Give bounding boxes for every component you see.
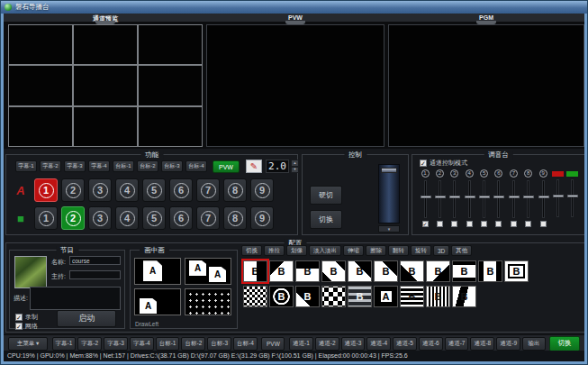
function-button-7[interactable]: 台标-3 <box>161 160 183 172</box>
preview-cell-3[interactable] <box>138 24 203 65</box>
toolbar-sub-button-3[interactable]: 字幕-3 <box>104 337 128 351</box>
program-channel-4[interactable]: 4 <box>115 178 139 202</box>
transition-pattern-2-9[interactable]: B <box>452 286 476 307</box>
name-input[interactable] <box>69 256 121 265</box>
program-channel-1[interactable]: 1 <box>34 178 58 202</box>
mixer-channel-checkbox-1[interactable]: ✓ <box>422 221 429 227</box>
program-channel-8[interactable]: 8 <box>223 178 247 202</box>
transition-tab-3[interactable]: 划像 <box>286 245 307 256</box>
mixer-fader-1[interactable] <box>424 180 427 218</box>
transition-tab-8[interactable]: 旋转 <box>411 245 431 256</box>
t-bar-spinner[interactable]: ▾ <box>378 225 400 233</box>
program-channel-2[interactable]: 2 <box>61 178 85 202</box>
fader-thumb[interactable] <box>538 196 549 198</box>
toolbar-channel-button-5[interactable]: 通道-5 <box>393 337 417 351</box>
fader-thumb[interactable] <box>493 196 504 198</box>
record-option[interactable]: ✓ 录制 <box>15 313 38 322</box>
preview-cell-6[interactable] <box>138 65 203 105</box>
transition-tab-4[interactable]: 淡入淡出 <box>309 245 341 256</box>
pip-layout-2[interactable]: AA <box>185 258 231 285</box>
transition-pattern-2-8[interactable]: B <box>426 286 450 307</box>
toolbar-pvw-button[interactable]: PVW <box>261 337 285 351</box>
program-channel-3[interactable]: 3 <box>88 178 112 202</box>
preview-channel-8[interactable]: 8 <box>223 206 247 230</box>
title-bar[interactable]: 磐石导播台 <box>1 1 587 14</box>
toolbar-sub-button-7[interactable]: 台标-3 <box>207 337 231 351</box>
preview-channel-1[interactable]: 1 <box>34 206 58 230</box>
pip-layout-1[interactable]: A <box>134 258 181 285</box>
start-button[interactable]: 启动 <box>57 310 116 327</box>
toolbar-channel-button-7[interactable]: 通道-7 <box>445 337 469 351</box>
transition-pattern-2-6[interactable]: A <box>374 286 398 307</box>
output-button[interactable]: 输出 <box>522 337 546 351</box>
preview-channel-7[interactable]: 7 <box>196 206 220 230</box>
network-option[interactable]: ✓ 网络 <box>15 322 38 331</box>
transition-pattern-2-7[interactable]: B <box>400 286 424 307</box>
toolbar-channel-button-9[interactable]: 通道-9 <box>496 337 520 351</box>
fader-thumb[interactable] <box>479 196 490 198</box>
pip-layout-4[interactable] <box>185 288 231 315</box>
preview-cell-4[interactable] <box>8 65 73 105</box>
mixer-fader-9[interactable] <box>542 180 545 218</box>
transition-tab-1[interactable]: 切换 <box>241 245 262 256</box>
preview-channel-5[interactable]: 5 <box>142 206 166 230</box>
fader-thumb[interactable] <box>567 195 578 197</box>
hard-cut-button[interactable]: 硬切 <box>310 186 342 205</box>
transition-pattern-1-4[interactable]: B <box>321 260 346 282</box>
transition-tab-7[interactable]: 翻转 <box>388 245 409 256</box>
mixer-fader-3[interactable] <box>453 180 456 218</box>
fader-thumb[interactable] <box>435 196 446 198</box>
transition-pattern-2-2[interactable]: B <box>269 286 294 307</box>
toolbar-channel-button-1[interactable]: 通道-1 <box>289 337 313 351</box>
mixer-channel-checkbox-7[interactable] <box>511 221 517 227</box>
program-channel-7[interactable]: 7 <box>196 178 220 202</box>
toolbar-channel-button-8[interactable]: 通道-8 <box>470 337 494 351</box>
toolbar-sub-button-4[interactable]: 字幕-4 <box>130 337 154 351</box>
function-button-3[interactable]: 字幕-3 <box>64 160 86 172</box>
mixer-fader-5[interactable] <box>483 180 485 218</box>
transition-tab-2[interactable]: 推拉 <box>264 245 285 256</box>
function-button-1[interactable]: 字幕-1 <box>15 160 37 172</box>
toolbar-sub-button-2[interactable]: 字幕-2 <box>77 337 102 351</box>
record-checkbox[interactable]: ✓ <box>15 314 23 321</box>
transition-pattern-2-1[interactable] <box>243 286 267 307</box>
transition-tab-10[interactable]: 其他 <box>451 245 472 256</box>
function-button-6[interactable]: 台标-2 <box>137 160 158 172</box>
duration-down-button[interactable]: ▼ <box>291 167 299 174</box>
mixer-fader-7[interactable] <box>512 180 515 218</box>
toolbar-channel-button-3[interactable]: 通道-3 <box>341 337 366 351</box>
desc-textarea[interactable] <box>30 287 121 310</box>
program-channel-5[interactable]: 5 <box>142 178 166 202</box>
transition-pattern-1-5[interactable]: B <box>348 260 372 282</box>
network-checkbox[interactable]: ✓ <box>15 323 23 330</box>
mixer-channel-checkbox-4[interactable] <box>466 221 473 227</box>
transition-pattern-1-3[interactable]: B <box>295 260 320 282</box>
program-channel-6[interactable]: 6 <box>169 178 193 202</box>
collapse-handle[interactable] <box>95 21 115 24</box>
pvw-send-button[interactable]: PVW <box>213 160 240 173</box>
transition-tab-6[interactable]: 擦除 <box>366 245 386 256</box>
preview-cell-7[interactable] <box>8 106 73 147</box>
transition-pattern-1-8[interactable]: B <box>426 260 450 282</box>
function-button-4[interactable]: 字幕-4 <box>88 160 110 172</box>
preview-channel-9[interactable]: 9 <box>250 206 274 230</box>
preview-channel-2[interactable]: 2 <box>61 206 85 230</box>
transition-pattern-2-3[interactable]: B <box>295 286 320 307</box>
fader-thumb[interactable] <box>509 196 520 198</box>
preview-cell-1[interactable] <box>8 24 73 65</box>
mixer-channel-checkbox-3[interactable] <box>451 221 457 227</box>
program-master-fader[interactable] <box>556 179 559 217</box>
toolbar-channel-button-2[interactable]: 通道-2 <box>315 337 339 351</box>
mixer-channel-checkbox-9[interactable] <box>540 221 547 227</box>
preview-master-fader[interactable] <box>571 179 574 217</box>
toolbar-switch-button[interactable]: 切换 <box>549 336 580 351</box>
transition-tab-9[interactable]: 3D <box>433 245 449 256</box>
preview-cell-8[interactable] <box>73 106 138 147</box>
transition-pattern-1-2[interactable]: B <box>269 260 294 282</box>
toolbar-channel-button-6[interactable]: 通道-6 <box>419 337 443 351</box>
fader-thumb[interactable] <box>553 195 564 197</box>
transition-pattern-1-7[interactable]: B <box>400 260 424 282</box>
mixer-channel-checkbox-2[interactable] <box>437 221 443 227</box>
preview-cell-2[interactable] <box>73 24 138 65</box>
transition-pattern-1-6[interactable]: B <box>374 260 398 282</box>
